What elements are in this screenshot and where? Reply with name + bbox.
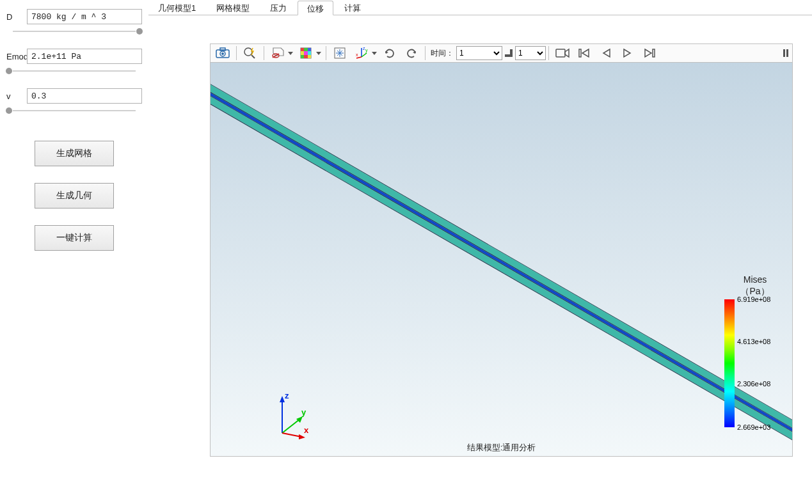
svg-line-36 (282, 433, 301, 437)
skip-to-start-icon[interactable] (573, 45, 595, 61)
svg-text:y: y (365, 48, 368, 53)
camera-icon[interactable] (212, 45, 234, 61)
sidebar: D Emod v 生成网格 生成几何 一键计算 (0, 0, 148, 504)
time-select[interactable]: 1 (456, 46, 502, 60)
tab-calculate[interactable]: 计算 (335, 0, 370, 15)
axes-orientation-dropdown[interactable] (370, 45, 379, 61)
render-style-icon[interactable] (295, 45, 317, 61)
generate-mesh-button[interactable]: 生成网格 (35, 141, 114, 166)
param-v-label: v (6, 91, 27, 101)
tab-geometry[interactable]: 几何模型1 (148, 0, 205, 15)
param-D-label: D (6, 12, 27, 22)
rotate-cw-icon[interactable] (379, 45, 401, 61)
svg-text:y: y (301, 407, 306, 417)
selection-mode-dropdown[interactable] (286, 45, 295, 61)
svg-rect-10 (304, 48, 308, 51)
main-area: 几何模型1 网格模型 压力 位移 计算 (148, 0, 812, 504)
step-back-icon[interactable] (595, 45, 617, 61)
svg-point-4 (244, 48, 252, 56)
render-style-dropdown[interactable] (314, 45, 323, 61)
color-legend: Mises （Pa） 6.919e+08 4.613e+08 2.306e+08… (723, 274, 787, 427)
selection-mode-icon[interactable] (267, 45, 289, 61)
tab-bar: 几何模型1 网格模型 压力 位移 计算 (148, 0, 812, 15)
svg-rect-13 (304, 51, 308, 55)
svg-rect-29 (653, 49, 655, 57)
svg-rect-14 (308, 51, 311, 55)
svg-rect-26 (510, 49, 513, 54)
record-icon[interactable] (552, 45, 573, 61)
legend-tick-0: 6.919e+08 (737, 295, 770, 303)
svg-line-21 (362, 53, 367, 57)
legend-tick-2: 2.306e+08 (737, 380, 770, 388)
tab-content: zyx 时间： 1 1 (148, 15, 812, 504)
svg-rect-31 (786, 49, 788, 57)
svg-rect-3 (220, 48, 225, 51)
svg-rect-25 (505, 54, 513, 57)
time-step-icon[interactable] (502, 45, 515, 61)
generate-geometry-button[interactable]: 生成几何 (35, 183, 114, 209)
svg-line-23 (356, 57, 362, 58)
param-Emod-label: Emod (6, 52, 27, 61)
svg-rect-17 (308, 55, 311, 58)
viewport-toolbar: zyx 时间： 1 1 (210, 43, 793, 63)
svg-rect-12 (301, 51, 304, 55)
fit-view-icon[interactable] (329, 45, 351, 61)
svg-line-5 (251, 55, 255, 58)
svg-text:x: x (304, 425, 309, 435)
time-label: 时间： (431, 48, 454, 59)
rotate-ccw-icon[interactable] (401, 45, 422, 61)
search-lightning-icon[interactable] (239, 45, 261, 61)
svg-line-34 (282, 419, 300, 433)
viewport-title: 结果模型:通用分析 (211, 442, 792, 453)
param-Emod-input[interactable] (27, 49, 142, 64)
legend-colorbar (724, 299, 735, 427)
param-v-slider[interactable] (6, 106, 142, 115)
tab-pressure[interactable]: 压力 (260, 0, 296, 15)
param-v-input[interactable] (27, 88, 142, 104)
param-Emod-slider[interactable] (6, 67, 142, 75)
legend-title-1: Mises (723, 274, 787, 285)
axes-orientation-icon[interactable]: zyx (351, 45, 372, 61)
svg-rect-16 (304, 55, 308, 58)
3d-viewport[interactable]: z y x 结果模型:通用分析 Mises （Pa） (210, 63, 793, 457)
toolbar-overflow-icon[interactable] (781, 45, 791, 61)
svg-rect-30 (783, 49, 785, 57)
svg-text:z: z (285, 391, 289, 400)
axes-gizmo: z y x (268, 388, 319, 439)
param-D-slider[interactable] (6, 27, 142, 36)
legend-tick-3: 2.669e+03 (737, 423, 770, 431)
tab-displacement[interactable]: 位移 (298, 1, 333, 15)
tab-mesh[interactable]: 网格模型 (207, 0, 259, 15)
one-click-calc-button[interactable]: 一键计算 (35, 225, 114, 251)
frame-select[interactable]: 1 (515, 46, 546, 60)
play-icon[interactable] (617, 45, 639, 61)
step-forward-icon[interactable] (639, 45, 660, 61)
svg-rect-15 (301, 55, 304, 58)
svg-text:x: x (356, 52, 358, 57)
svg-rect-9 (301, 48, 304, 51)
svg-point-2 (221, 52, 224, 55)
svg-rect-28 (579, 49, 581, 57)
svg-rect-11 (308, 48, 311, 51)
param-D-input[interactable] (27, 9, 142, 24)
svg-rect-27 (556, 49, 565, 57)
legend-tick-1: 4.613e+08 (737, 338, 770, 345)
